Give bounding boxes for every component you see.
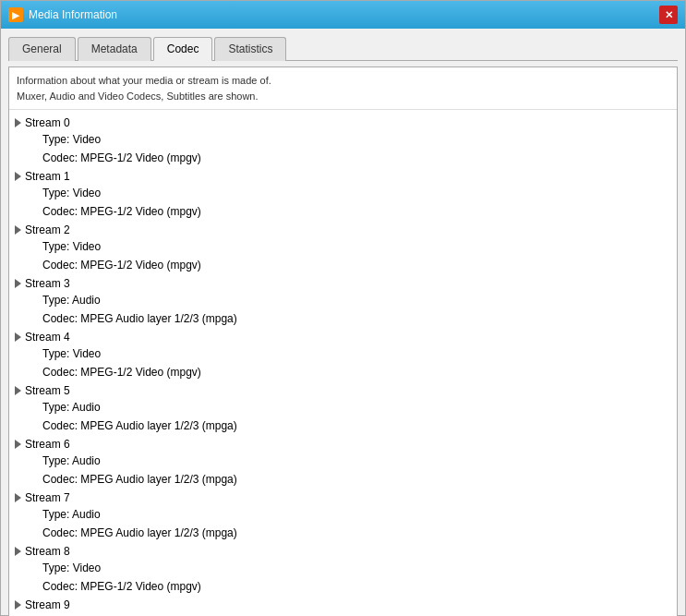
stream-name-2: Stream 2	[25, 223, 70, 236]
stream-group-5: Stream 5Type: AudioCodec: MPEG Audio lay…	[9, 383, 677, 435]
stream-children-8: Type: VideoCodec: MPEG-1/2 Video (mpgv)	[9, 559, 677, 596]
stream-codec-7: Codec: MPEG Audio layer 1/2/3 (mpga)	[42, 524, 677, 542]
stream-group-9: Stream 9Type: VideoCodec: MPEG-1/2 Video…	[9, 598, 677, 616]
stream-header-4[interactable]: Stream 4	[9, 330, 677, 344]
info-box: Information about what your media or str…	[8, 66, 678, 616]
stream-group-1: Stream 1Type: VideoCodec: MPEG-1/2 Video…	[9, 169, 677, 221]
stream-name-0: Stream 0	[25, 116, 70, 129]
description-line1: Information about what your media or str…	[17, 73, 669, 89]
stream-type-7: Type: Audio	[42, 505, 677, 524]
stream-header-9[interactable]: Stream 9	[9, 598, 677, 612]
window-title: Media Information	[29, 8, 117, 21]
tab-codec[interactable]: Codec	[153, 37, 213, 61]
tab-metadata[interactable]: Metadata	[78, 37, 151, 61]
stream-type-2: Type: Video	[42, 237, 677, 256]
stream-type-8: Type: Video	[42, 559, 677, 577]
stream-name-8: Stream 8	[25, 545, 70, 558]
title-bar-left: ▶ Media Information	[8, 7, 117, 22]
stream-children-9: Type: VideoCodec: MPEG-1/2 Video (mpgv)	[9, 612, 677, 616]
expand-icon-7	[15, 493, 21, 502]
title-bar-controls: ✕	[659, 6, 678, 24]
stream-name-3: Stream 3	[25, 277, 70, 290]
tab-bar: General Metadata Codec Statistics	[8, 36, 678, 61]
stream-type-6: Type: Audio	[42, 452, 677, 470]
stream-children-6: Type: AudioCodec: MPEG Audio layer 1/2/3…	[9, 452, 677, 489]
stream-name-5: Stream 5	[25, 384, 70, 397]
stream-tree[interactable]: Stream 0Type: VideoCodec: MPEG-1/2 Video…	[9, 110, 677, 616]
stream-header-3[interactable]: Stream 3	[9, 276, 677, 291]
description-line2: Muxer, Audio and Video Codecs, Subtitles…	[17, 89, 669, 104]
stream-codec-5: Codec: MPEG Audio layer 1/2/3 (mpga)	[42, 417, 677, 435]
expand-icon-8	[15, 547, 21, 556]
expand-icon-0	[15, 118, 21, 127]
expand-icon-1	[15, 172, 21, 181]
stream-codec-4: Codec: MPEG-1/2 Video (mpgv)	[42, 363, 677, 381]
stream-children-7: Type: AudioCodec: MPEG Audio layer 1/2/3…	[9, 505, 677, 542]
stream-type-9: Type: Video	[42, 612, 677, 616]
stream-group-2: Stream 2Type: VideoCodec: MPEG-1/2 Video…	[9, 223, 677, 274]
expand-icon-2	[15, 225, 21, 235]
stream-name-1: Stream 1	[25, 170, 70, 183]
stream-group-8: Stream 8Type: VideoCodec: MPEG-1/2 Video…	[9, 544, 677, 596]
stream-name-7: Stream 7	[25, 491, 70, 504]
stream-header-6[interactable]: Stream 6	[9, 437, 677, 452]
expand-icon-5	[15, 386, 21, 395]
stream-codec-0: Codec: MPEG-1/2 Video (mpgv)	[42, 149, 677, 167]
stream-name-4: Stream 4	[25, 331, 70, 344]
stream-codec-6: Codec: MPEG Audio layer 1/2/3 (mpga)	[42, 470, 677, 489]
window-content: General Metadata Codec Statistics Inform…	[1, 29, 685, 616]
stream-type-4: Type: Video	[42, 344, 677, 363]
expand-icon-9	[15, 600, 21, 610]
stream-children-5: Type: AudioCodec: MPEG Audio layer 1/2/3…	[9, 398, 677, 435]
stream-children-3: Type: AudioCodec: MPEG Audio layer 1/2/3…	[9, 291, 677, 328]
stream-header-8[interactable]: Stream 8	[9, 544, 677, 559]
stream-children-2: Type: VideoCodec: MPEG-1/2 Video (mpgv)	[9, 237, 677, 274]
stream-group-4: Stream 4Type: VideoCodec: MPEG-1/2 Video…	[9, 330, 677, 381]
stream-group-7: Stream 7Type: AudioCodec: MPEG Audio lay…	[9, 490, 677, 542]
tab-statistics[interactable]: Statistics	[214, 37, 286, 61]
stream-group-0: Stream 0Type: VideoCodec: MPEG-1/2 Video…	[9, 115, 677, 167]
tab-general[interactable]: General	[8, 37, 76, 61]
stream-group-6: Stream 6Type: AudioCodec: MPEG Audio lay…	[9, 437, 677, 489]
expand-icon-3	[15, 279, 21, 288]
close-window-button[interactable]: ✕	[659, 6, 678, 24]
expand-icon-6	[15, 440, 21, 449]
stream-header-7[interactable]: Stream 7	[9, 490, 677, 505]
stream-children-4: Type: VideoCodec: MPEG-1/2 Video (mpgv)	[9, 344, 677, 381]
stream-children-1: Type: VideoCodec: MPEG-1/2 Video (mpgv)	[9, 184, 677, 221]
media-information-window: ▶ Media Information ✕ General Metadata C…	[0, 0, 686, 616]
info-description: Information about what your media or str…	[9, 67, 677, 110]
vlc-icon: ▶	[8, 7, 23, 22]
stream-header-5[interactable]: Stream 5	[9, 383, 677, 398]
title-bar: ▶ Media Information ✕	[1, 1, 685, 29]
stream-type-1: Type: Video	[42, 184, 677, 202]
stream-codec-8: Codec: MPEG-1/2 Video (mpgv)	[42, 577, 677, 596]
stream-group-3: Stream 3Type: AudioCodec: MPEG Audio lay…	[9, 276, 677, 328]
stream-header-0[interactable]: Stream 0	[9, 115, 677, 130]
stream-type-3: Type: Audio	[42, 291, 677, 309]
stream-codec-1: Codec: MPEG-1/2 Video (mpgv)	[42, 202, 677, 221]
stream-codec-2: Codec: MPEG-1/2 Video (mpgv)	[42, 256, 677, 274]
stream-header-2[interactable]: Stream 2	[9, 223, 677, 237]
stream-name-6: Stream 6	[25, 438, 70, 451]
stream-codec-3: Codec: MPEG Audio layer 1/2/3 (mpga)	[42, 309, 677, 328]
expand-icon-4	[15, 332, 21, 342]
stream-header-1[interactable]: Stream 1	[9, 169, 677, 184]
stream-children-0: Type: VideoCodec: MPEG-1/2 Video (mpgv)	[9, 130, 677, 167]
stream-name-9: Stream 9	[25, 598, 70, 611]
stream-type-5: Type: Audio	[42, 398, 677, 417]
stream-type-0: Type: Video	[42, 130, 677, 149]
